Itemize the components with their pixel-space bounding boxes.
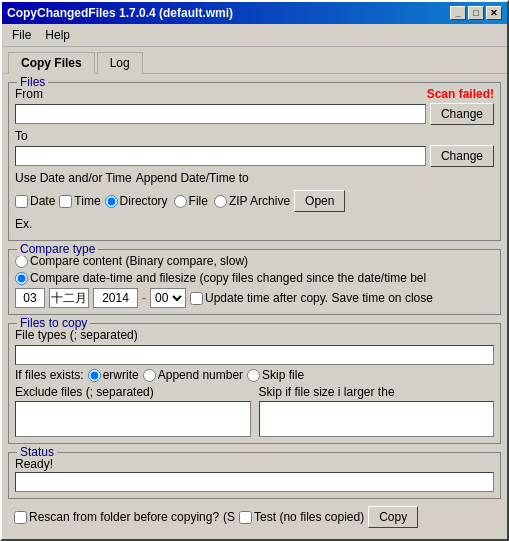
skip-size-input[interactable] [259, 401, 495, 437]
use-date-time-label: Use Date and/or Time [15, 171, 132, 185]
exclude-col: Exclude files (; separated) [15, 385, 251, 437]
compare-option1-text: Compare content (Binary compare, slow) [30, 254, 248, 268]
zip-archive-label: ZIP Archive [229, 194, 290, 208]
directory-radio[interactable] [105, 195, 118, 208]
from-input[interactable] [15, 104, 426, 124]
status-group-title: Status [17, 445, 57, 459]
skip-file-radio-label[interactable]: Skip file [247, 368, 304, 382]
to-label: To [15, 129, 28, 143]
open-button[interactable]: Open [294, 190, 345, 212]
date-options-row: Date Time Directory File [15, 190, 494, 212]
compare-group: Compare type Compare content (Binary com… [8, 249, 501, 315]
from-scan-row: From Scan failed! [15, 87, 494, 101]
update-time-checkbox[interactable] [190, 292, 203, 305]
directory-radio-label[interactable]: Directory [105, 194, 168, 208]
menu-bar: File Help [2, 24, 507, 47]
compare-option1-radio[interactable] [15, 255, 28, 268]
append-radio-group: Directory File ZIP Archive [105, 194, 291, 208]
append-number-radio[interactable] [143, 369, 156, 382]
content-area: Files From Scan failed! Change To Change [2, 73, 507, 539]
zip-radio[interactable] [214, 195, 227, 208]
compare-option2-label[interactable]: Compare date-time and filesize (copy fil… [15, 271, 426, 285]
compare-group-title: Compare type [17, 242, 98, 256]
skip-file-radio[interactable] [247, 369, 260, 382]
exclude-skip-row: Exclude files (; separated) Skip if file… [15, 385, 494, 437]
scan-failed-text: Scan failed! [427, 87, 494, 101]
file-label: File [189, 194, 208, 208]
files-to-copy-group: Files to copy File types (; separated) I… [8, 323, 501, 444]
file-types-label: File types (; separated) [15, 328, 138, 342]
overwrite-radio-label[interactable]: erwrite [88, 368, 139, 382]
from-change-button[interactable]: Change [430, 103, 494, 125]
title-bar: CopyChangedFiles 1.7.0.4 (default.wmi) _… [2, 2, 507, 24]
to-input[interactable] [15, 146, 426, 166]
main-window: CopyChangedFiles 1.7.0.4 (default.wmi) _… [0, 0, 509, 541]
compare-option2-row: Compare date-time and filesize (copy fil… [15, 271, 494, 285]
if-exists-row: If files exists: erwrite Append number S… [15, 368, 494, 382]
bottom-bar: Rescan from folder before copying? (S Te… [8, 503, 501, 531]
zip-radio-label[interactable]: ZIP Archive [214, 194, 290, 208]
compare-option1-label[interactable]: Compare content (Binary compare, slow) [15, 254, 248, 268]
menu-help[interactable]: Help [39, 26, 76, 44]
files-group: Files From Scan failed! Change To Change [8, 82, 501, 241]
from-label: From [15, 87, 43, 101]
files-group-title: Files [17, 75, 48, 89]
compare-option2-radio[interactable] [15, 272, 28, 285]
if-exists-label: If files exists: [15, 368, 84, 382]
to-input-row: Change [15, 145, 494, 167]
date-checkbox[interactable] [15, 195, 28, 208]
directory-label: Directory [120, 194, 168, 208]
file-types-label-row: File types (; separated) [15, 328, 494, 342]
close-button[interactable]: ✕ [486, 6, 502, 20]
menu-file[interactable]: File [6, 26, 37, 44]
minimize-button[interactable]: _ [450, 6, 466, 20]
update-time-text: Update time after copy. Save time on clo… [205, 291, 433, 305]
tabs-bar: Copy Files Log [2, 47, 507, 73]
maximize-button[interactable]: □ [468, 6, 484, 20]
overwrite-label: erwrite [103, 368, 139, 382]
date-separator: - [142, 291, 146, 305]
to-change-button[interactable]: Change [430, 145, 494, 167]
window-title: CopyChangedFiles 1.7.0.4 (default.wmi) [7, 6, 233, 20]
file-types-input[interactable] [15, 345, 494, 365]
rescan-checkbox-label[interactable]: Rescan from folder before copying? [14, 510, 219, 524]
update-time-label[interactable]: Update time after copy. Save time on clo… [190, 291, 433, 305]
status-input[interactable] [15, 472, 494, 492]
time-label: Time [74, 194, 100, 208]
time-checkbox-label[interactable]: Time [59, 194, 100, 208]
file-radio-label[interactable]: File [174, 194, 208, 208]
from-input-row: Change [15, 103, 494, 125]
skip-file-label: Skip file [262, 368, 304, 382]
append-label: Append Date/Time to [136, 171, 249, 185]
day-input[interactable] [15, 288, 45, 308]
date-row: - 00 01 02 Update time after copy. Save … [15, 288, 494, 308]
test-checkbox[interactable] [239, 511, 252, 524]
skip-col: Skip if file size i larger the [259, 385, 495, 437]
rescan-label: Rescan from folder before copying? [29, 510, 219, 524]
append-number-radio-label[interactable]: Append number [143, 368, 243, 382]
file-radio[interactable] [174, 195, 187, 208]
hour-select[interactable]: 00 01 02 [150, 288, 186, 308]
file-types-input-row [15, 345, 494, 365]
ex-label: Ex. [15, 217, 32, 231]
skip-if-label: Skip if file size i larger the [259, 385, 495, 399]
ready-label: Ready! [15, 457, 494, 471]
test-label: Test (no files copied) [254, 510, 364, 524]
exclude-label: Exclude files (; separated) [15, 385, 251, 399]
rescan-checkbox[interactable] [14, 511, 27, 524]
date-checkbox-label[interactable]: Date [15, 194, 55, 208]
year-input[interactable] [93, 288, 138, 308]
time-checkbox[interactable] [59, 195, 72, 208]
exclude-input[interactable] [15, 401, 251, 437]
copy-button[interactable]: Copy [368, 506, 418, 528]
overwrite-radio[interactable] [88, 369, 101, 382]
tab-log[interactable]: Log [97, 52, 143, 74]
month-input[interactable] [49, 288, 89, 308]
date-time-row: Use Date and/or Time Append Date/Time to [15, 171, 494, 185]
status-group: Status Ready! [8, 452, 501, 499]
to-label-row: To [15, 129, 494, 143]
ex-row: Ex. [15, 217, 494, 231]
test-checkbox-label[interactable]: Test (no files copied) [239, 510, 364, 524]
tab-copy-files[interactable]: Copy Files [8, 52, 95, 74]
append-number-label: Append number [158, 368, 243, 382]
